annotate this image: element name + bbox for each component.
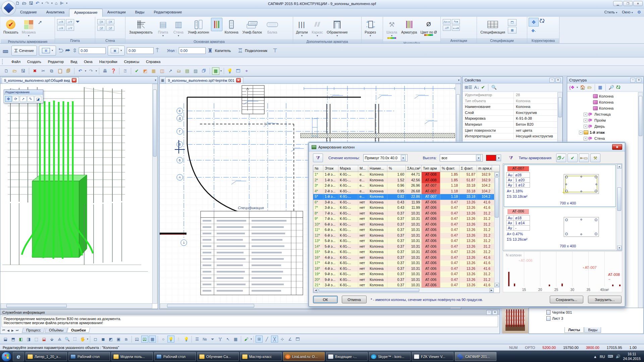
find-icon[interactable]: 🔎 [609, 85, 614, 90]
property-row[interactable]: Интерпретация Несущий конструктив [463, 133, 557, 139]
rebar-type-card-at006[interactable]: АТ-006 Auø18 Ax1 ø14 Ay- A= 0.47% ΣS 13.… [504, 207, 616, 250]
table-snap-icon[interactable]: ▦ [149, 336, 156, 343]
wire-icon[interactable]: ◻ [92, 336, 99, 343]
property-row[interactable]: Слой Конструктив [463, 110, 557, 116]
green-grid-icon[interactable]: ▦ [212, 67, 219, 75]
tree-expander-icon[interactable]: − [579, 131, 583, 134]
render2-icon[interactable]: ▣ [115, 336, 122, 343]
structure-close-icon[interactable]: ✕ [636, 78, 641, 82]
view-3d-close-icon[interactable]: ✖ [72, 78, 76, 82]
table-row[interactable]: 15* 5-й э... К-91-... нет Колонна 0.37 1… [313, 249, 494, 255]
section-cut-button[interactable]: Разрез▾ [363, 18, 378, 38]
msg-nav-prev-icon[interactable]: ◀ [6, 329, 10, 332]
delete-icon[interactable]: ✖ [31, 67, 39, 75]
specification-button[interactable]: Спецификация [478, 18, 507, 35]
categorize-icon[interactable]: ⊞☰ [465, 85, 472, 90]
structure-vscrollbar[interactable] [638, 92, 643, 333]
table-row[interactable]: 21* 3-й э... К-91-... нет Колонна 0.37 1… [313, 283, 494, 288]
column-header[interactable]: № [313, 165, 323, 172]
tree-item[interactable]: Колонна [588, 99, 643, 105]
drawing-tab[interactable]: 9_колонны_выполнено.spf:Чертёж 001 ✖ [165, 77, 243, 83]
annotation-buttons[interactable]: A⟷✎▾ Aᴹ⟷▾ [442, 18, 461, 32]
list-icon[interactable]: ☰ [194, 336, 201, 343]
book-icon[interactable]: 🗂 [175, 67, 182, 75]
table-row[interactable]: 12* 6-й э... К-91-... нет Колонна 0.37 1… [313, 233, 494, 239]
rebar-colors-button[interactable]: Арматура [400, 18, 418, 35]
taskbar-button[interactable]: Мастер-класс [240, 352, 282, 361]
select-plus-tool-icon[interactable]: ➚ [20, 96, 26, 102]
pin-icon[interactable]: ⍑ [156, 48, 159, 53]
layers-icon[interactable]: 🗇 [200, 67, 208, 75]
apply-check-icon[interactable]: ✔ [481, 85, 485, 90]
ribbon-tab[interactable]: Аналитика [42, 9, 69, 17]
capital-label[interactable]: Капитель [215, 49, 231, 53]
edit-palette-title[interactable]: Редактирование [4, 90, 43, 95]
blocks-icon[interactable]: ▦ [150, 67, 157, 75]
snap-line-icon[interactable]: ╱ [263, 336, 270, 343]
new-building-icon[interactable]: 🏠 [580, 85, 585, 90]
table-row[interactable]: 7* 3-й э... К-91-... нет Колонна 0.43 11… [313, 205, 494, 211]
column-header[interactable]: ΣAs,см² [406, 165, 422, 172]
column-header[interactable]: m арм,к [477, 165, 492, 172]
perspective-icon[interactable]: ⟁ [56, 336, 63, 343]
view-3d-tab[interactable]: 9_колонны_выполнено.spf:Общий вид ✖ [2, 77, 79, 83]
lamp-on-icon[interactable]: 💡 [167, 336, 174, 343]
table-row[interactable]: 5* 1-й э... К-91-... е... Колонна 0.82 2… [313, 194, 494, 200]
wall-rebar-button[interactable]: ▥ Стена▾ [171, 18, 186, 38]
tray-show-hidden-icon[interactable]: ▲ [593, 355, 597, 359]
mesh-icon[interactable]: ▤ [183, 67, 191, 75]
rebar-type-card-at007[interactable]: АТ-007 Auø28 Ax1 ø20 Ay1 ø12 A= 1.18% ΣS… [504, 165, 616, 207]
menu-item[interactable]: Справка [143, 59, 164, 65]
move-tool-icon[interactable]: ✥ [5, 96, 12, 102]
sheet-item[interactable]: Чертёж 001 [529, 309, 643, 315]
proj-top-icon[interactable]: ⬚ [33, 336, 40, 343]
column-header[interactable]: Марка [338, 165, 358, 172]
color-swatch-caret-icon[interactable]: ▼ [496, 155, 501, 161]
column-header[interactable]: М... [358, 165, 368, 172]
table-row[interactable]: 10* 6-й э... К-91-... нет Колонна 0.37 1… [313, 222, 494, 228]
print-icon[interactable]: 🖶 [101, 67, 109, 75]
table-row[interactable]: 16* 4-й э... К-91-... нет Колонна 0.37 1… [313, 255, 494, 261]
help2-icon[interactable]: ❓ [110, 67, 117, 75]
menu-item[interactable]: Редактор [45, 59, 67, 65]
tree-expander-icon[interactable] [588, 101, 592, 104]
taskbar-button[interactable]: Рабочий стол [154, 352, 196, 361]
title-bar[interactable]: 🗋 🗁 🖫 ↶▾ ↷▾ ⌂ ⊫ ▾ САПФИР 2015 R1-КОНСТРУ… [0, 0, 644, 9]
shaded-icon[interactable]: ◩ [107, 336, 114, 343]
funnel-icon[interactable]: ⏷ [75, 19, 80, 24]
column-header[interactable]: Σ факт. [460, 165, 477, 172]
edit-palette[interactable]: Редактирование ✥ ⟳ ➚ ✎ ◪ [4, 89, 43, 103]
table-row[interactable]: 19* 9-й э... К-91-... нет Колонна 0.37 1… [313, 272, 494, 277]
ribbon-tab[interactable]: Аннотации [103, 9, 130, 17]
column-header[interactable]: Наиме... [368, 165, 387, 172]
pan-icon[interactable]: 🖐 [79, 336, 86, 343]
snap-ortho-icon[interactable]: 🗔 [294, 336, 301, 343]
table-row[interactable]: 13* 5-й э... К-91-... нет Колонна 0.37 1… [313, 238, 494, 244]
height-combo[interactable]: все▼ [440, 154, 483, 162]
search-icon[interactable]: 🔍 [491, 85, 497, 90]
color-by-diameter-button[interactable]: Ø Цвет по Ø [419, 18, 438, 37]
render-icon[interactable]: 🗔 [234, 67, 242, 75]
check-all-types-button[interactable]: 🗇✓ [556, 154, 566, 162]
taskbar-button[interactable]: Skype™ - koro... [369, 352, 411, 361]
tray-volume-icon[interactable]: 🔊 [616, 354, 621, 359]
open-icon[interactable]: 🗁 [11, 67, 18, 75]
show-results-button[interactable]: ✔ Показать [2, 18, 20, 35]
column-rebar-active-button[interactable] [211, 18, 222, 31]
taskbar-button[interactable]: Обучение Са... [197, 352, 239, 361]
mosaic2-icon[interactable]: ◩ [142, 67, 149, 75]
zoom-fit-icon[interactable]: ⛶ [71, 336, 78, 343]
lamp-icon[interactable]: 💡 [226, 67, 233, 75]
new-icon[interactable]: 🗋 [3, 67, 10, 75]
menu-item[interactable]: Сервисы [121, 59, 143, 65]
start-button[interactable] [1, 352, 11, 362]
ribbon-tab[interactable]: Редактирование [149, 9, 186, 17]
types-vscrollbar[interactable]: ▲ ▼ [616, 164, 622, 250]
dialog-title-bar[interactable]: Армирование колонн ✖ [309, 143, 625, 152]
property-row[interactable]: Наименование Колонна [463, 104, 557, 110]
table-row[interactable]: 11* 6-й э... К-91-... нет Колонна 0.37 1… [313, 227, 494, 233]
ribbon-tab[interactable]: Армирование [69, 9, 103, 17]
vector-icon[interactable]: ↗ [167, 67, 174, 75]
style-menu[interactable]: Стиль ▾ [604, 10, 617, 14]
column-header[interactable]: % [387, 165, 406, 172]
